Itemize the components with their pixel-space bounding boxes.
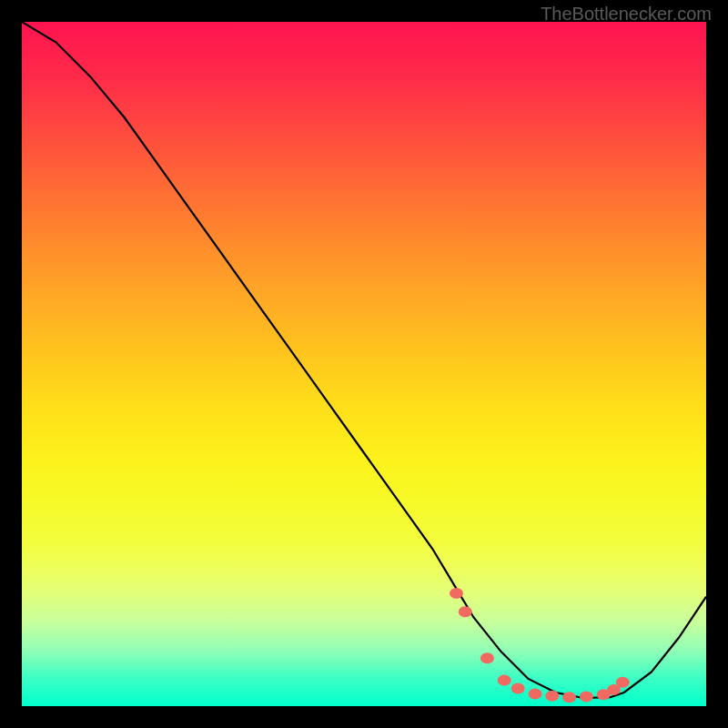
curve-line	[22, 22, 706, 698]
marker-point	[480, 652, 494, 663]
plot-area	[22, 22, 706, 706]
watermark-text: TheBottlenecker.com	[541, 4, 712, 25]
marker-point	[529, 688, 542, 699]
marker-point	[545, 691, 559, 702]
marker-point	[616, 677, 630, 688]
marker-point	[450, 588, 463, 599]
chart-svg	[22, 22, 706, 706]
marker-point	[562, 692, 576, 703]
marker-point	[459, 606, 472, 617]
marker-point	[580, 691, 593, 702]
marker-point	[511, 682, 525, 693]
marker-point	[498, 674, 511, 685]
